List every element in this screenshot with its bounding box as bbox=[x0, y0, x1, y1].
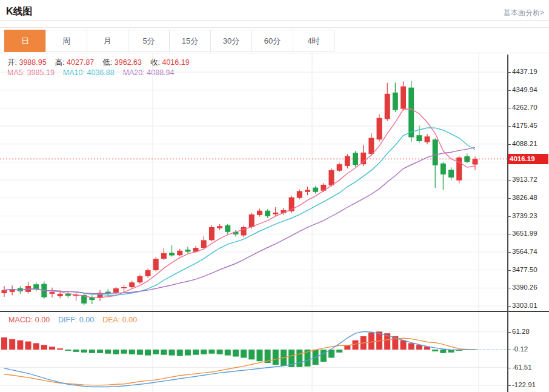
macd-hist-bar bbox=[89, 350, 95, 353]
candle bbox=[129, 281, 135, 288]
macd-hist-bar bbox=[169, 350, 175, 356]
y-axis-tick bbox=[507, 332, 511, 333]
candle bbox=[50, 288, 55, 297]
candle bbox=[273, 207, 278, 216]
macd-hist-bar bbox=[57, 348, 63, 350]
macd-hist-bar bbox=[440, 350, 446, 353]
macd-hist-bar bbox=[97, 350, 103, 353]
candle bbox=[425, 134, 430, 144]
macd-hist-bar bbox=[273, 350, 279, 365]
macd-hist-bar bbox=[193, 350, 199, 355]
candle bbox=[265, 209, 270, 218]
macd-hist-bar bbox=[368, 333, 374, 350]
title-divider bbox=[0, 20, 549, 21]
macd-hist-bar bbox=[49, 347, 55, 350]
candle bbox=[25, 282, 31, 293]
macd-hist-bar bbox=[217, 350, 223, 354]
candle bbox=[416, 125, 422, 143]
candle bbox=[169, 245, 175, 257]
y-axis-label: 4175.45 bbox=[512, 122, 537, 129]
y-axis-tick bbox=[507, 108, 511, 108]
candle bbox=[185, 247, 190, 253]
macd-hist-bar bbox=[256, 350, 262, 361]
macd-hist-bar bbox=[33, 343, 39, 350]
y-axis-label: 3826.48 bbox=[512, 194, 537, 201]
y-axis-label: 3651.99 bbox=[512, 230, 537, 237]
diff-line bbox=[4, 331, 475, 387]
macd-hist-bar bbox=[185, 350, 191, 356]
macd-chart-canvas[interactable] bbox=[0, 312, 507, 392]
fundamental-analysis-link[interactable]: 基本面分析> bbox=[504, 8, 544, 18]
y-axis-label: -0.12 bbox=[512, 345, 528, 353]
candle bbox=[433, 138, 438, 188]
candle bbox=[161, 248, 167, 260]
macd-hist-bar bbox=[416, 345, 422, 350]
macd-hist-bar bbox=[241, 350, 247, 357]
macd-hist-bar bbox=[321, 350, 327, 362]
macd-hist-bar bbox=[121, 350, 127, 354]
macd-hist-bar bbox=[201, 350, 207, 354]
macd-hist-bar bbox=[352, 341, 358, 350]
candle bbox=[393, 82, 398, 112]
tab-interval-7[interactable]: 4时 bbox=[293, 30, 334, 52]
interval-tabs: 日周月5分15分30分60分4时 bbox=[5, 30, 334, 52]
candle bbox=[297, 190, 302, 199]
candle bbox=[241, 226, 247, 238]
y-axis-label: 3390.26 bbox=[512, 284, 537, 291]
y-axis-tick bbox=[507, 216, 511, 217]
candle bbox=[105, 289, 111, 295]
current-price-tag: 4016.19 bbox=[508, 154, 548, 164]
tab-interval-2[interactable]: 月 bbox=[87, 30, 128, 52]
candle bbox=[153, 257, 159, 271]
macd-hist-bar bbox=[113, 350, 119, 354]
y-axis-tick bbox=[507, 72, 511, 73]
candle bbox=[376, 115, 382, 142]
y-axis-label: 4262.70 bbox=[512, 104, 537, 111]
tab-interval-4[interactable]: 15分 bbox=[169, 30, 211, 52]
macd-hist-bar bbox=[73, 350, 79, 352]
y-axis-tick bbox=[507, 234, 511, 234]
tab-interval-0[interactable]: 日 bbox=[4, 30, 46, 52]
macd-hist-bar bbox=[328, 350, 334, 357]
macd-hist-bar bbox=[41, 345, 47, 350]
y-axis-tick bbox=[507, 368, 511, 368]
y-axis-label: -122.91 bbox=[512, 381, 536, 388]
y-axis-tick bbox=[507, 270, 511, 271]
candlestick-chart-canvas[interactable] bbox=[0, 53, 507, 311]
macd-hist-bar bbox=[1, 337, 7, 350]
candle bbox=[441, 162, 446, 190]
macd-hist-bar bbox=[25, 342, 32, 350]
candle bbox=[313, 186, 318, 193]
y-axis-tick bbox=[507, 306, 511, 307]
candle bbox=[401, 81, 406, 110]
candle bbox=[89, 295, 95, 304]
candle bbox=[73, 293, 79, 301]
y-axis-tick bbox=[507, 144, 511, 145]
y-axis-tick bbox=[507, 90, 511, 91]
candle bbox=[337, 162, 342, 172]
y-axis-label: 4437.19 bbox=[512, 68, 537, 75]
y-axis-label: 3913.72 bbox=[512, 176, 537, 183]
candle bbox=[464, 153, 470, 163]
macd-hist-bar bbox=[401, 341, 407, 350]
macd-hist-bar bbox=[225, 350, 231, 356]
tab-interval-3[interactable]: 5分 bbox=[128, 30, 170, 52]
candle bbox=[448, 167, 454, 179]
macd-hist-bar bbox=[408, 343, 414, 350]
candle bbox=[2, 286, 7, 297]
y-axis-tick bbox=[507, 350, 511, 350]
macd-hist-bar bbox=[296, 350, 302, 367]
tab-interval-5[interactable]: 30分 bbox=[210, 30, 252, 52]
macd-hist-bar bbox=[105, 350, 111, 354]
y-axis-label: 61.28 bbox=[512, 328, 530, 335]
candle bbox=[385, 83, 390, 121]
macd-hist-bar bbox=[248, 350, 255, 359]
macd-hist-bar bbox=[336, 350, 342, 353]
interval-tab-strip: 日周月5分15分30分60分4时 bbox=[0, 27, 549, 53]
candle bbox=[65, 291, 71, 297]
y-axis-label: 4349.94 bbox=[512, 86, 537, 93]
tab-interval-1[interactable]: 周 bbox=[45, 30, 87, 52]
macd-hist-bar bbox=[9, 339, 15, 350]
macd-hist-bar bbox=[145, 350, 151, 356]
tab-interval-6[interactable]: 60分 bbox=[251, 30, 293, 52]
